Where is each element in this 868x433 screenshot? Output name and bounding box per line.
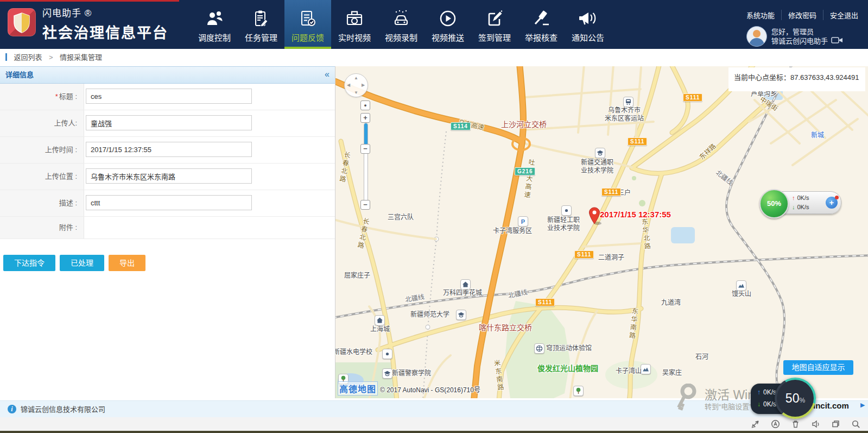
nav-item-7[interactable]: 签到管理 xyxy=(471,0,518,49)
map-label: 卡子湾服务区 xyxy=(493,227,532,235)
search-icon[interactable] xyxy=(851,419,860,429)
map-label: 卡子湾山 xyxy=(616,367,642,375)
top-header: 闪电助手 ® 社会治理信息平台 调度控制任务管理问题反馈实时视频视频录制视频推送… xyxy=(0,0,868,49)
action-button-2[interactable]: 已处理 xyxy=(60,255,104,271)
nav-item-5[interactable]: 视频录制 xyxy=(378,0,425,49)
trash-icon[interactable] xyxy=(791,419,800,429)
key-icon xyxy=(673,384,699,412)
rocket-icon[interactable] xyxy=(751,419,760,429)
road-badge: S111 xyxy=(628,137,647,146)
map-canvas[interactable]: 芦草沟乡中瑞街乌鲁木齐市米东区客运站上沙河立交桥新城乌奎高速吐乌大高速新疆交通职… xyxy=(335,66,868,398)
bottom-strip xyxy=(0,417,868,431)
info-icon: i xyxy=(8,405,16,413)
pan-down-icon[interactable]: ▼ xyxy=(354,90,358,95)
form-row-2: 上传人: xyxy=(0,110,335,137)
field-input[interactable] xyxy=(86,168,252,184)
form-row-1: *标题 : xyxy=(0,84,335,110)
action-button-3[interactable]: 导出 xyxy=(109,255,145,271)
footer-arrow-icon[interactable]: ▶ xyxy=(860,401,865,409)
zoom-slider-handle[interactable]: − xyxy=(360,144,370,154)
download-speed: 0K/s xyxy=(797,204,809,210)
road-badge: G216 xyxy=(515,167,535,175)
map-label: 馒头山 xyxy=(732,290,751,298)
speed-percent-ball[interactable]: 50% xyxy=(759,189,789,218)
field-label: *标题 : xyxy=(0,84,84,110)
field-value-cell xyxy=(84,110,335,136)
live-camera-icon xyxy=(331,7,378,30)
map-speed-widget[interactable]: 50% ↑0K/s ↓0K/s + xyxy=(760,191,841,214)
field-input[interactable] xyxy=(86,142,252,157)
top-link-3[interactable]: 安全退出 xyxy=(823,10,858,20)
nav-item-2[interactable]: 任务管理 xyxy=(238,0,284,49)
field-input[interactable] xyxy=(86,89,252,104)
window-icon[interactable] xyxy=(831,419,840,429)
brand-line2: 社会治理信息平台 xyxy=(42,21,168,42)
camcorder-icon xyxy=(831,36,843,44)
mountain-icon xyxy=(736,280,746,291)
map-attribution: © 2017 AutoNavi - GS(2016)710号 xyxy=(380,385,480,394)
main-nav: 调度控制任务管理问题反馈实时视频视频录制视频推送签到管理举报核查通知公告 xyxy=(191,0,611,49)
user-box[interactable]: 您好，管理员 锦诚云创闪电助手 xyxy=(746,26,843,47)
field-input[interactable] xyxy=(86,195,252,210)
school-icon xyxy=(595,148,605,158)
pan-up-icon[interactable]: ▲ xyxy=(354,76,358,80)
map-label: 屈家庄子 xyxy=(344,272,370,280)
breadcrumb-back-link[interactable]: 返回列表 xyxy=(14,53,42,61)
notification-dot xyxy=(835,196,839,199)
map-label: 穹顶运动体验馆 xyxy=(546,344,592,353)
detail-panel: 详细信息 « *标题 :上传人:上传时间 :上传位置 :描述 :附件 : 下达指… xyxy=(0,66,335,398)
notice-megaphone-icon xyxy=(565,7,611,30)
action-button-1[interactable]: 下达指令 xyxy=(3,255,55,271)
nav-label: 通知公告 xyxy=(565,32,611,43)
field-value-cell xyxy=(84,137,335,163)
nav-item-3[interactable]: 问题反馈 xyxy=(284,0,331,49)
tree-icon xyxy=(573,386,584,396)
map-fit-button[interactable]: 地图自适应显示 xyxy=(783,360,853,375)
map-locate-button[interactable]: • xyxy=(360,101,370,110)
map-label: 二道洞子 xyxy=(598,254,624,262)
top-red-strip xyxy=(0,0,179,2)
panel-title: 详细信息 xyxy=(0,67,335,83)
map-label: 2017/1/15 12:37:55 xyxy=(600,210,671,218)
feedback-doc-icon xyxy=(284,7,331,30)
map-pan-control[interactable]: ▲ ▼ ◀ ▶ xyxy=(344,73,368,97)
home-icon xyxy=(375,315,385,325)
pan-right-icon[interactable]: ▶ xyxy=(362,83,365,87)
top-links: 系统功能修改密码安全退出 xyxy=(740,10,858,20)
pan-left-icon[interactable]: ◀ xyxy=(347,83,350,87)
top-link-1[interactable]: 系统功能 xyxy=(740,10,782,20)
field-value-cell xyxy=(84,164,335,190)
map-label: 三宫六队 xyxy=(388,214,414,222)
nav-item-9[interactable]: 通知公告 xyxy=(565,0,611,49)
footer-company: 锦诚云创信息技术有限公司 xyxy=(21,405,105,413)
zoom-out-button[interactable]: − xyxy=(360,200,370,210)
detail-panel-header: 详细信息 « xyxy=(0,66,335,84)
breadcrumb: 返回列表 > 情报采集管理 xyxy=(0,49,868,67)
zoom-in-button[interactable]: + xyxy=(360,113,370,123)
nav-item-8[interactable]: 举报核查 xyxy=(518,0,565,49)
taskbar-speed-ball[interactable]: 50% xyxy=(775,378,816,419)
nav-item-1[interactable]: 调度控制 xyxy=(191,0,238,49)
download-arrow-icon: ↓ xyxy=(757,400,761,408)
collapse-panel-button[interactable]: « xyxy=(325,67,330,82)
performance-icon[interactable] xyxy=(771,419,780,429)
record-car-icon xyxy=(378,7,425,30)
task-clipboard-icon xyxy=(238,7,284,30)
field-input[interactable] xyxy=(86,115,252,130)
download-speed: 0K/s xyxy=(763,400,776,408)
nav-item-6[interactable]: 视频推送 xyxy=(425,0,471,49)
field-label: 描述 : xyxy=(0,190,84,216)
map-label: 新疆警察学院 xyxy=(392,369,431,378)
road-badge: S111 xyxy=(574,250,594,259)
nav-item-4[interactable]: 实时视频 xyxy=(331,0,378,49)
greeting-line1: 您好，管理员 xyxy=(771,27,828,36)
road-badge: S111 xyxy=(601,188,621,196)
map-label: 喀什东路立交桥 xyxy=(479,324,532,332)
top-link-2[interactable]: 修改密码 xyxy=(782,10,823,20)
taskbar-edge xyxy=(0,431,868,433)
field-label: 附件 : xyxy=(0,217,84,239)
dispatch-people-icon xyxy=(191,7,238,30)
speaker-icon[interactable] xyxy=(811,419,820,429)
location-marker-pin[interactable] xyxy=(588,207,601,228)
form-row-5: 描述 : xyxy=(0,190,335,217)
